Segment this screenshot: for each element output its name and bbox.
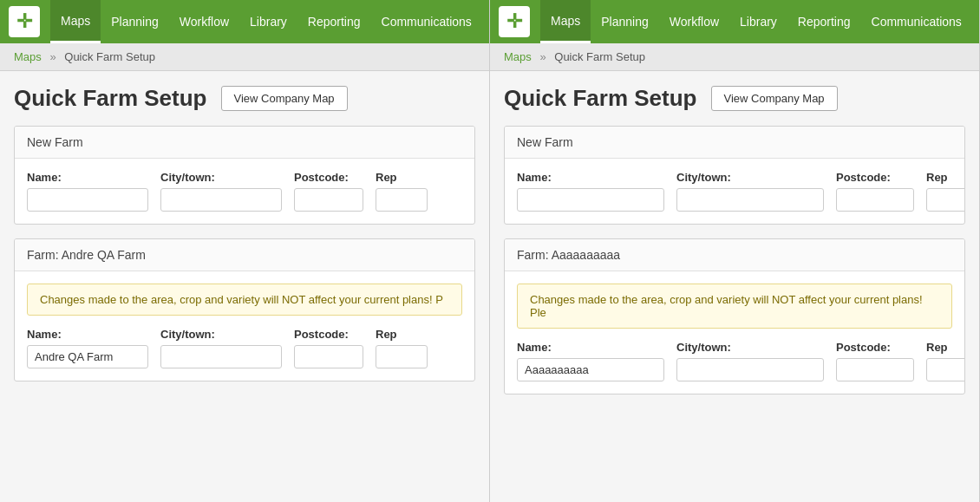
left-new-farm-card: New Farm Name: City/town: Postcode: [14, 126, 475, 225]
left-andre-farm-postcode-group: Postcode: [294, 328, 363, 368]
breadcrumb-maps-link-right[interactable]: Maps [504, 50, 532, 63]
right-aaa-farm-city-group: City/town: [676, 341, 824, 381]
right-aaa-farm-city-input[interactable] [676, 358, 824, 381]
right-new-farm-name-group: Name: [517, 171, 664, 212]
nav-item-library-left[interactable]: Library [239, 0, 297, 43]
right-new-farm-city-label: City/town: [676, 171, 824, 184]
right-aaa-farm-postcode-group: Postcode: [836, 341, 914, 381]
left-andre-farm-city-group: City/town: [160, 328, 282, 368]
nav-item-reporting-right[interactable]: Reporting [787, 0, 861, 43]
right-new-farm-rep-group: Rep [926, 171, 965, 212]
left-new-farm-postcode-label: Postcode: [294, 171, 363, 184]
right-aaa-farm-name-label: Name: [517, 341, 664, 354]
left-andre-farm-rep-label: Rep [376, 328, 428, 341]
right-navbar: ✛ Maps Planning Workflow Library Reporti… [490, 0, 979, 43]
right-aaa-farm-postcode-input[interactable] [836, 358, 914, 381]
left-andre-farm-rep-input[interactable] [376, 345, 428, 368]
right-aaa-farm-city-label: City/town: [676, 341, 824, 354]
left-andre-farm-postcode-label: Postcode: [294, 328, 363, 341]
breadcrumb-current-left: Quick Farm Setup [64, 50, 155, 63]
left-andre-farm-city-input[interactable] [160, 345, 282, 368]
right-new-farm-card: New Farm Name: City/town: Postcode: [504, 126, 965, 225]
left-andre-farm-form-row: Name: City/town: Postcode: Rep [27, 328, 462, 368]
left-new-farm-header: New Farm [15, 127, 474, 159]
left-andre-farm-rep-group: Rep [376, 328, 428, 368]
right-aaa-farm-rep-input[interactable] [926, 358, 965, 381]
logo-icon: ✛ [16, 12, 32, 31]
breadcrumb-sep-left: » [49, 50, 56, 63]
breadcrumb-current-right: Quick Farm Setup [554, 50, 645, 63]
left-new-farm-rep-label: Rep [376, 171, 428, 184]
left-andre-farm-name-label: Name: [27, 328, 148, 341]
left-pane: ✛ Maps Planning Workflow Library Reporti… [0, 0, 490, 502]
right-new-farm-city-input[interactable] [676, 188, 824, 212]
right-page-header: Quick Farm Setup View Company Map [504, 85, 965, 112]
right-aaa-farm-form-row: Name: City/town: Postcode: Rep [517, 341, 952, 381]
left-page-content: Quick Farm Setup View Company Map New Fa… [0, 71, 489, 502]
breadcrumb-maps-link-left[interactable]: Maps [14, 50, 42, 63]
right-aaa-farm-name-input[interactable] [517, 358, 664, 381]
nav-item-communications-right[interactable]: Communications [861, 0, 972, 43]
nav-item-communications-left[interactable]: Communications [371, 0, 482, 43]
right-aaa-farm-rep-label: Rep [926, 341, 965, 354]
right-view-company-map-button[interactable]: View Company Map [711, 86, 838, 111]
right-aaa-farm-warning: Changes made to the area, crop and varie… [517, 284, 952, 329]
right-new-farm-name-label: Name: [517, 171, 664, 184]
right-new-farm-name-input[interactable] [517, 188, 664, 212]
nav-item-reporting-left[interactable]: Reporting [297, 0, 371, 43]
left-new-farm-rep-input[interactable] [376, 188, 428, 212]
nav-item-planning-left[interactable]: Planning [101, 0, 169, 43]
right-new-farm-rep-input[interactable] [926, 188, 965, 212]
left-andre-farm-card: Farm: Andre QA Farm Changes made to the … [14, 238, 475, 381]
left-new-farm-name-input[interactable] [27, 188, 148, 212]
left-new-farm-postcode-input[interactable] [294, 188, 363, 212]
nav-item-workflow-right[interactable]: Workflow [659, 0, 729, 43]
breadcrumb-sep-right: » [539, 50, 546, 63]
nav-item-maps-right[interactable]: Maps [540, 0, 591, 43]
right-new-farm-form-row: Name: City/town: Postcode: Rep [517, 171, 952, 212]
right-new-farm-rep-label: Rep [926, 171, 965, 184]
left-new-farm-name-label: Name: [27, 171, 148, 184]
right-nav-items: Maps Planning Workflow Library Reporting… [540, 0, 972, 43]
right-aaa-farm-name-group: Name: [517, 341, 664, 381]
left-view-company-map-button[interactable]: View Company Map [221, 86, 348, 111]
nav-item-planning-right[interactable]: Planning [591, 0, 659, 43]
left-andre-farm-body: Changes made to the area, crop and varie… [15, 271, 474, 381]
logo-left: ✛ [9, 6, 40, 37]
right-new-farm-postcode-group: Postcode: [836, 171, 914, 212]
right-page-title: Quick Farm Setup [504, 85, 697, 112]
right-new-farm-header: New Farm [505, 127, 964, 159]
breadcrumb-right: Maps » Quick Farm Setup [490, 43, 979, 71]
left-nav-items: Maps Planning Workflow Library Reporting… [50, 0, 482, 43]
left-andre-farm-warning: Changes made to the area, crop and varie… [27, 284, 462, 316]
right-pane: ✛ Maps Planning Workflow Library Reporti… [490, 0, 980, 502]
left-andre-farm-postcode-input[interactable] [294, 345, 363, 368]
right-aaa-farm-postcode-label: Postcode: [836, 341, 914, 354]
left-new-farm-name-group: Name: [27, 171, 148, 212]
nav-item-library-right[interactable]: Library [729, 0, 787, 43]
left-new-farm-rep-group: Rep [376, 171, 428, 212]
right-new-farm-postcode-label: Postcode: [836, 171, 914, 184]
logo-icon-right: ✛ [506, 12, 522, 31]
left-new-farm-body: Name: City/town: Postcode: Rep [15, 159, 474, 224]
right-new-farm-postcode-input[interactable] [836, 188, 914, 212]
left-page-header: Quick Farm Setup View Company Map [14, 85, 475, 112]
left-new-farm-city-input[interactable] [160, 188, 282, 212]
logo-right: ✛ [499, 6, 530, 37]
left-page-title: Quick Farm Setup [14, 85, 207, 112]
nav-item-maps-left[interactable]: Maps [50, 0, 101, 43]
left-new-farm-form-row: Name: City/town: Postcode: Rep [27, 171, 462, 212]
right-aaa-farm-body: Changes made to the area, crop and varie… [505, 271, 964, 394]
left-navbar: ✛ Maps Planning Workflow Library Reporti… [0, 0, 489, 43]
right-page-content: Quick Farm Setup View Company Map New Fa… [490, 71, 979, 502]
left-andre-farm-header: Farm: Andre QA Farm [15, 239, 474, 271]
right-aaa-farm-header: Farm: Aaaaaaaaaa [505, 239, 964, 271]
left-andre-farm-name-group: Name: [27, 328, 148, 368]
left-andre-farm-city-label: City/town: [160, 328, 282, 341]
right-aaa-farm-rep-group: Rep [926, 341, 965, 381]
left-andre-farm-name-input[interactable] [27, 345, 148, 368]
left-new-farm-city-group: City/town: [160, 171, 282, 212]
nav-item-workflow-left[interactable]: Workflow [169, 0, 239, 43]
right-new-farm-body: Name: City/town: Postcode: Rep [505, 159, 964, 224]
left-new-farm-postcode-group: Postcode: [294, 171, 363, 212]
